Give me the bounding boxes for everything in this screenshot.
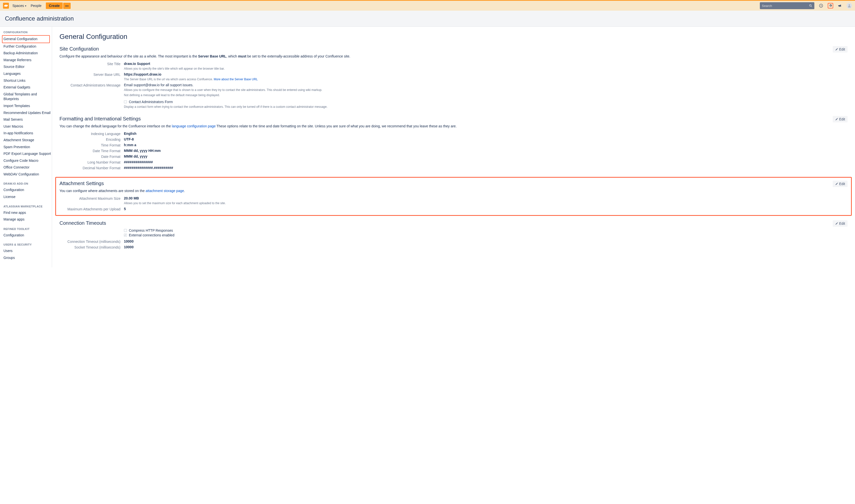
sidebar-item-manage-apps[interactable]: Manage apps bbox=[3, 216, 52, 223]
site-config-intro: Configure the appearance and behaviour o… bbox=[59, 54, 848, 58]
site-title-value: draw.io Support bbox=[124, 62, 848, 66]
sidebar-item-in-app-notifications[interactable]: In-app Notifications bbox=[3, 130, 52, 137]
sidebar-item-refined-configuration[interactable]: Configuration bbox=[3, 232, 52, 239]
sidebar-item-find-new-apps[interactable]: Find new apps bbox=[3, 210, 52, 216]
edit-formatting-button[interactable]: Edit bbox=[833, 116, 848, 122]
edit-site-config-button[interactable]: Edit bbox=[833, 46, 848, 53]
sidebar-item-groups[interactable]: Groups bbox=[3, 254, 52, 262]
pencil-icon bbox=[835, 182, 838, 185]
search-icon bbox=[809, 4, 813, 7]
main-content: General Configuration Edit Site Configur… bbox=[52, 27, 855, 267]
attachment-max-size-desc: Allows you to set the maximum size for e… bbox=[124, 201, 848, 205]
edit-attachment-button[interactable]: Edit bbox=[833, 181, 848, 187]
sidebar-item-languages[interactable]: Languages bbox=[3, 70, 52, 77]
field-max-attachments-per-upload: Maximum Attachments per Upload 5 bbox=[59, 207, 848, 211]
page-subheader: Confluence administration bbox=[0, 11, 855, 27]
edit-label: Edit bbox=[839, 182, 845, 186]
confluence-logo-icon bbox=[4, 4, 8, 8]
sidebar-item-further-configuration[interactable]: Further Configuration bbox=[3, 43, 52, 50]
external-connections-checkbox[interactable]: ✓ bbox=[124, 234, 127, 237]
compress-http-checkbox[interactable] bbox=[124, 229, 127, 232]
pencil-icon bbox=[835, 48, 838, 51]
socket-timeout-value: 10000 bbox=[124, 245, 848, 249]
connection-heading: Connection Timeouts bbox=[59, 220, 848, 226]
avatar-icon bbox=[847, 3, 852, 9]
field-contact-admin: Contact Administrators Message Email sup… bbox=[59, 83, 848, 109]
site-title-label: Site Title bbox=[59, 62, 124, 66]
header: Spaces ▾ People Create ••• ? bbox=[0, 1, 855, 11]
contact-admin-label: Contact Administrators Message bbox=[59, 83, 124, 87]
sidebar-item-drawio-license[interactable]: License bbox=[3, 194, 52, 200]
sidebar-item-source-editor[interactable]: Source Editor bbox=[3, 64, 52, 70]
section-attachment-settings: Edit Attachment Settings You can configu… bbox=[55, 177, 852, 216]
sidebar-item-general-configuration[interactable]: General Configuration bbox=[2, 35, 50, 43]
edit-label: Edit bbox=[839, 221, 845, 226]
search-input[interactable] bbox=[762, 4, 809, 8]
sidebar-item-import-templates[interactable]: Import Templates bbox=[3, 103, 52, 109]
sidebar-item-manage-referrers[interactable]: Manage Referrers bbox=[3, 57, 52, 64]
nav-people[interactable]: People bbox=[31, 4, 42, 8]
attachment-storage-link[interactable]: attachment storage page bbox=[145, 189, 184, 193]
sidebar-item-recommended-updates-email[interactable]: Recommended Updates Email bbox=[3, 109, 52, 116]
field-date-format: Date Format MMM dd, yyyy bbox=[59, 155, 848, 159]
section-site-configuration: Edit Site Configuration Configure the ap… bbox=[59, 46, 848, 109]
decimal-number-format-value: ###############.########## bbox=[124, 166, 848, 170]
field-long-number-format: Long Number Format ############### bbox=[59, 160, 848, 164]
sidebar-section-users-security: USERS & SECURITY bbox=[3, 243, 52, 246]
nav-people-label: People bbox=[31, 4, 42, 8]
field-time-format: Time Format h:mm a bbox=[59, 143, 848, 147]
sidebar-item-user-macros[interactable]: User Macros bbox=[3, 123, 52, 130]
attachment-intro: You can configure where attachments are … bbox=[59, 189, 848, 193]
formatting-heading: Formatting and International Settings bbox=[59, 116, 848, 122]
formatting-intro: You can change the default language for … bbox=[59, 124, 848, 128]
pencil-icon bbox=[835, 222, 838, 225]
edit-connection-button[interactable]: Edit bbox=[833, 220, 848, 227]
external-connections-label: External connections enabled bbox=[129, 233, 175, 237]
svg-point-0 bbox=[809, 4, 811, 6]
sidebar-section-refined: REFINED TOOLKIT bbox=[3, 228, 52, 231]
sidebar-item-external-gadgets[interactable]: External Gadgets bbox=[3, 84, 52, 91]
sidebar-item-global-templates[interactable]: Global Templates and Blueprints bbox=[3, 91, 52, 103]
create-more-button[interactable]: ••• bbox=[63, 3, 71, 9]
edit-label: Edit bbox=[839, 117, 845, 121]
field-connection-options: Compress HTTP Responses ✓ External conne… bbox=[59, 229, 848, 238]
sidebar-item-pdf-export-language-support[interactable]: PDF Export Language Support bbox=[3, 150, 52, 157]
sidebar-item-office-connector[interactable]: Office Connector bbox=[3, 164, 52, 171]
sidebar-item-shortcut-links[interactable]: Shortcut Links bbox=[3, 77, 52, 84]
sidebar: CONFIGURATION General Configuration Furt… bbox=[0, 27, 52, 267]
sidebar-item-drawio-configuration[interactable]: Configuration bbox=[3, 186, 52, 194]
create-button[interactable]: Create bbox=[46, 2, 63, 9]
compress-http-label: Compress HTTP Responses bbox=[129, 229, 173, 232]
sidebar-item-backup-administration[interactable]: Backup Administration bbox=[3, 50, 52, 57]
attachment-max-size-value: 20.00 MB bbox=[124, 196, 848, 200]
language-config-link[interactable]: language configuration page bbox=[172, 124, 216, 128]
svg-line-1 bbox=[811, 6, 812, 7]
sidebar-item-mail-servers[interactable]: Mail Servers bbox=[3, 116, 52, 123]
app-logo[interactable] bbox=[3, 3, 9, 9]
attachment-heading: Attachment Settings bbox=[59, 181, 848, 186]
sidebar-item-webdav-configuration[interactable]: WebDAV Configuration bbox=[3, 171, 52, 178]
long-number-format-value: ############### bbox=[124, 160, 848, 164]
sidebar-item-users[interactable]: Users bbox=[3, 248, 52, 254]
sidebar-item-attachment-storage[interactable]: Attachment Storage bbox=[3, 137, 52, 144]
encoding-value: UTF-8 bbox=[124, 137, 848, 141]
sidebar-item-spam-prevention[interactable]: Spam Prevention bbox=[3, 144, 52, 151]
sidebar-section-configuration: CONFIGURATION bbox=[3, 31, 52, 34]
sidebar-item-configure-code-macro[interactable]: Configure Code Macro bbox=[3, 157, 52, 164]
nav-spaces[interactable]: Spaces ▾ bbox=[12, 4, 26, 8]
field-socket-timeout: Socket Timeout (milliseconds) 10000 bbox=[59, 245, 848, 249]
help-button[interactable]: ? bbox=[818, 3, 824, 8]
notifications-button[interactable] bbox=[837, 3, 843, 8]
base-url-more-link[interactable]: More about the Server Base URL bbox=[214, 77, 257, 81]
date-format-value: MMM dd, yyyy bbox=[124, 155, 848, 158]
contact-form-checkbox[interactable] bbox=[124, 100, 127, 103]
base-url-desc: The Server Base URL is the url via which… bbox=[124, 77, 848, 82]
pencil-icon bbox=[835, 118, 838, 121]
profile-button[interactable] bbox=[847, 3, 852, 8]
section-formatting: Edit Formatting and International Settin… bbox=[59, 116, 848, 170]
chevron-down-icon: ▾ bbox=[25, 4, 26, 7]
admin-gear-button[interactable] bbox=[828, 3, 833, 8]
connection-timeout-value: 10000 bbox=[124, 239, 848, 243]
page-title: General Configuration bbox=[59, 33, 848, 41]
search-box[interactable] bbox=[760, 2, 814, 9]
